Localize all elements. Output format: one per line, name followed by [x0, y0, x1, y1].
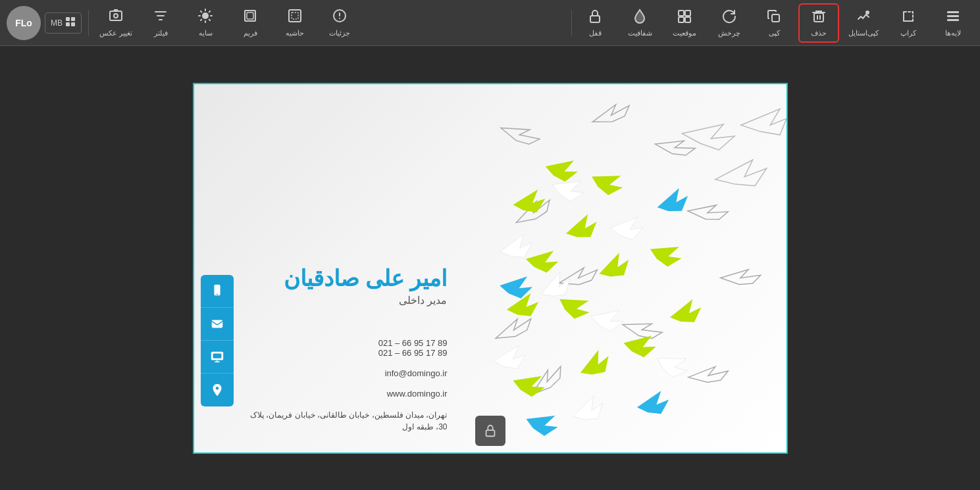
toolbar: لایه‌ها کراپ کپی‌استایل	[0, 0, 980, 46]
monitor-icon-item	[201, 341, 234, 374]
position-icon	[677, 9, 692, 26]
svg-rect-21	[66, 22, 70, 26]
svg-rect-13	[292, 12, 298, 19]
arrows-decoration	[461, 84, 787, 453]
svg-rect-4	[814, 13, 823, 22]
change-photo-button[interactable]: تغییر عکس	[95, 3, 136, 43]
copy-label: کپی	[769, 29, 780, 37]
copy-style-label: کپی‌استایل	[848, 29, 879, 37]
card-phone2: 021 – 66 95 17 89	[240, 348, 448, 358]
svg-rect-10	[590, 16, 600, 22]
filter-button[interactable]: فیلتر	[140, 3, 181, 43]
copy-style-icon	[856, 9, 871, 26]
business-card: امیر علی صادقیان مدیر داخلی 021 – 66 95 …	[194, 84, 787, 453]
main-area: امیر علی صادقیان مدیر داخلی 021 – 66 95 …	[0, 46, 980, 490]
style-icon	[197, 8, 213, 26]
lock-icon	[587, 9, 603, 26]
crop-icon	[900, 9, 916, 26]
copy-button[interactable]: کپی	[754, 3, 794, 43]
card-job-title: مدیر داخلی	[201, 294, 448, 306]
toolbar-left-tools: جزئیات حاشیه فریم	[7, 3, 569, 43]
filter-label: فیلتر	[154, 29, 168, 37]
card-email: info@domingo.ir	[240, 368, 448, 378]
card-content-right: امیر علی صادقیان مدیر داخلی 021 – 66 95 …	[194, 84, 461, 453]
svg-rect-25	[211, 320, 222, 328]
svg-point-16	[202, 12, 209, 19]
svg-rect-7	[685, 11, 690, 16]
mb-label: MB	[51, 18, 63, 28]
border-label: حاشیه	[286, 29, 304, 37]
details-label: جزئیات	[329, 29, 350, 37]
svg-point-3	[865, 11, 869, 14]
change-photo-icon	[108, 8, 124, 26]
card-wrapper[interactable]: امیر علی صادقیان مدیر داخلی 021 – 66 95 …	[193, 83, 788, 454]
card-name: امیر علی صادقیان	[201, 265, 448, 291]
separator-2	[88, 10, 89, 36]
rotate-label: چرخش	[718, 29, 740, 37]
separator-1	[571, 10, 572, 36]
rotate-icon	[721, 9, 737, 26]
phone-icon-item	[201, 275, 234, 308]
layers-label: لایه‌ها	[945, 29, 961, 37]
copy-icon	[766, 9, 782, 26]
card-lock-bar	[475, 416, 505, 446]
delete-icon	[811, 9, 827, 26]
svg-rect-20	[71, 17, 75, 21]
svg-rect-19	[66, 17, 70, 21]
details-icon	[332, 8, 348, 26]
lock-label: قفل	[589, 29, 602, 37]
rotate-button[interactable]: چرخش	[709, 3, 750, 43]
svg-rect-6	[679, 11, 684, 16]
delete-label: حذف	[811, 29, 827, 37]
copy-style-button[interactable]: کپی‌استایل	[843, 3, 884, 43]
border-icon	[287, 8, 303, 26]
svg-rect-22	[71, 22, 75, 26]
transparency-button[interactable]: شفافیت	[619, 3, 660, 43]
location-icon-item	[201, 374, 234, 406]
crop-label: کراپ	[900, 29, 916, 37]
svg-point-18	[114, 14, 118, 18]
svg-rect-2	[947, 11, 959, 13]
svg-rect-17	[110, 11, 122, 20]
svg-rect-0	[947, 19, 959, 21]
svg-point-24	[217, 294, 218, 295]
style-button[interactable]: سایه	[185, 3, 226, 43]
frame-icon	[242, 8, 258, 26]
card-address: تهران، میدان فلسطین، خیابان طالقانی، خیا…	[240, 409, 448, 433]
svg-rect-12	[289, 10, 301, 22]
svg-point-28	[215, 386, 219, 389]
transparency-icon	[632, 9, 648, 26]
svg-rect-29	[486, 430, 494, 436]
svg-rect-8	[679, 17, 684, 22]
filter-icon	[153, 8, 168, 26]
lock-button[interactable]: قفل	[575, 3, 615, 43]
position-button[interactable]: موقعیت	[664, 3, 705, 43]
svg-rect-5	[772, 14, 779, 22]
frame-button[interactable]: فریم	[230, 3, 271, 43]
svg-rect-9	[685, 17, 690, 22]
style-label: سایه	[199, 29, 213, 37]
grid-icon	[65, 16, 76, 29]
position-label: موقعیت	[673, 29, 696, 37]
svg-rect-27	[213, 353, 221, 358]
svg-rect-1	[947, 15, 959, 17]
layers-icon	[945, 9, 961, 26]
toolbar-right-tools: لایه‌ها کراپ کپی‌استایل	[575, 3, 973, 43]
contact-icons-column	[201, 275, 234, 406]
svg-rect-15	[247, 12, 253, 19]
details-button[interactable]: جزئیات	[319, 3, 360, 43]
avatar-initials: FLo	[15, 18, 32, 28]
mb-button[interactable]: MB	[45, 12, 82, 34]
crop-button[interactable]: کراپ	[888, 3, 929, 43]
email-icon-item	[201, 308, 234, 341]
transparency-label: شفافیت	[628, 29, 652, 37]
frame-label: فریم	[244, 29, 257, 37]
border-button[interactable]: حاشیه	[274, 3, 315, 43]
user-avatar[interactable]: FLo	[7, 6, 41, 40]
card-phone1: 021 – 66 95 17 89	[240, 338, 448, 348]
change-photo-label: تغییر عکس	[99, 29, 132, 37]
canvas-area: امیر علی صادقیان مدیر داخلی 021 – 66 95 …	[0, 46, 980, 490]
card-lock-icon[interactable]	[475, 416, 505, 446]
layers-button[interactable]: لایه‌ها	[933, 3, 973, 43]
delete-button[interactable]: حذف	[798, 3, 839, 43]
